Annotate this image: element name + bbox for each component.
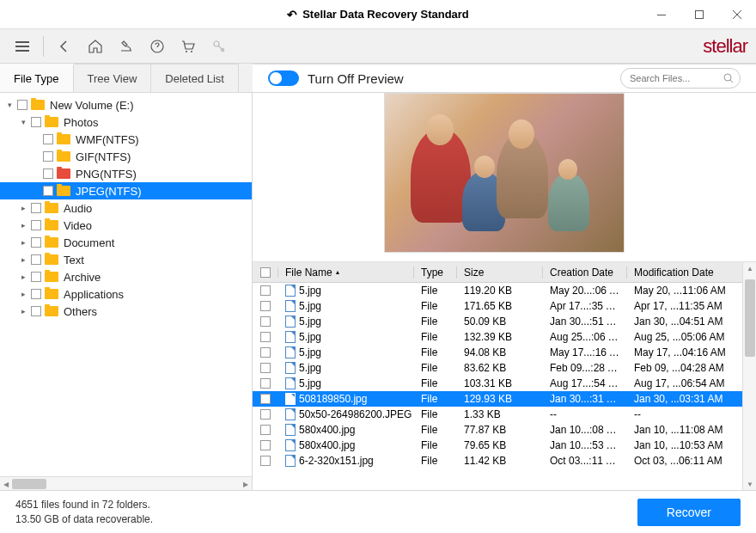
deep-scan-button[interactable] <box>113 33 140 60</box>
maximize-button[interactable] <box>680 0 718 29</box>
scroll-thumb[interactable] <box>745 279 755 357</box>
table-row[interactable]: 5.jpgFile119.20 KBMay 20...:06 AMMay 20,… <box>253 283 756 298</box>
col-header-creation[interactable]: Creation Date <box>543 266 627 279</box>
file-type: File <box>414 362 457 374</box>
tree-node-applications[interactable]: ▸ Applications <box>0 285 252 303</box>
table-row[interactable]: 50x50-264986200.JPEGFile1.33 KB---- <box>253 407 756 422</box>
collapse-icon[interactable]: ▾ <box>19 118 27 126</box>
scroll-up-icon[interactable]: ▲ <box>743 262 756 274</box>
row-checkbox[interactable] <box>260 332 271 342</box>
row-checkbox[interactable] <box>260 409 271 420</box>
grid-v-scrollbar[interactable]: ▲ ▼ <box>742 262 756 490</box>
file-name: 580x400.jpg <box>299 424 355 436</box>
tree-h-scrollbar[interactable]: ◀ ▶ <box>0 476 252 490</box>
scroll-left-icon[interactable]: ◀ <box>0 477 12 490</box>
file-icon <box>285 331 296 343</box>
table-row[interactable]: 5.jpgFile83.62 KBFeb 09...:28 AMFeb 09, … <box>253 360 756 376</box>
expand-icon[interactable]: ▸ <box>19 255 27 264</box>
file-name: 50x50-264986200.JPEG <box>299 408 412 420</box>
row-checkbox[interactable] <box>260 316 271 327</box>
tree-node-archive[interactable]: ▸ Archive <box>0 268 252 285</box>
file-size: 94.08 KB <box>457 346 543 358</box>
table-row[interactable]: 508189850.jpgFile129.93 KBJan 30...:31 A… <box>253 391 756 407</box>
file-creation-date: Jan 30...:31 AM <box>543 393 627 405</box>
checkbox[interactable] <box>31 272 41 282</box>
checkbox[interactable] <box>43 151 53 162</box>
file-creation-date: Oct 03...:11 AM <box>543 455 627 467</box>
status-bar: 4651 files found in 72 folders. 13.50 GB… <box>0 490 756 533</box>
checkbox[interactable] <box>31 117 41 127</box>
expand-icon[interactable]: ▸ <box>19 221 27 230</box>
row-checkbox[interactable] <box>260 425 271 435</box>
row-checkbox[interactable] <box>260 285 271 296</box>
select-all-checkbox[interactable] <box>260 267 271 278</box>
tree-node-text[interactable]: ▸ Text <box>0 251 252 268</box>
checkbox[interactable] <box>17 100 27 110</box>
nav-back-button[interactable] <box>51 33 78 60</box>
menu-button[interactable] <box>9 33 36 60</box>
collapse-icon[interactable]: ▾ <box>5 101 14 109</box>
scroll-down-icon[interactable]: ▼ <box>743 478 756 490</box>
expand-icon[interactable]: ▸ <box>19 204 27 212</box>
table-row[interactable]: 580x400.jpgFile79.65 KBJan 10...:53 AMJa… <box>253 438 756 453</box>
tree-node-video[interactable]: ▸ Video <box>0 217 252 234</box>
checkbox[interactable] <box>31 237 41 248</box>
scroll-right-icon[interactable]: ▶ <box>240 477 252 490</box>
checkbox[interactable] <box>31 203 41 213</box>
col-header-modification[interactable]: Modification Date <box>627 266 756 279</box>
home-button[interactable] <box>82 33 109 60</box>
table-row[interactable]: 5.jpgFile171.65 KBApr 17...:35 AMApr 17,… <box>253 298 756 314</box>
checkbox[interactable] <box>43 168 53 179</box>
tree-node-audio[interactable]: ▸ Audio <box>0 199 252 217</box>
checkbox[interactable] <box>31 306 41 316</box>
tree-node-gif[interactable]: GIF(NTFS) <box>0 148 252 165</box>
tree-node-photos[interactable]: ▾ Photos <box>0 113 252 131</box>
col-header-size[interactable]: Size <box>457 266 543 279</box>
tree-node-document[interactable]: ▸ Document <box>0 234 252 251</box>
folder-icon <box>57 151 70 162</box>
minimize-button[interactable] <box>643 0 680 29</box>
col-header-name[interactable]: File Name▴ <box>278 266 414 279</box>
expand-icon[interactable]: ▸ <box>19 273 27 281</box>
expand-icon[interactable]: ▸ <box>19 238 27 247</box>
file-creation-date: Aug 17...:54 AM <box>543 377 627 389</box>
buy-button[interactable] <box>174 33 202 60</box>
recover-button[interactable]: Recover <box>637 499 741 526</box>
tab-file-type[interactable]: File Type <box>0 64 74 92</box>
row-checkbox[interactable] <box>260 363 271 373</box>
register-button[interactable] <box>205 33 233 60</box>
table-row[interactable]: 6-2-320x151.jpgFile11.42 KBOct 03...:11 … <box>253 453 756 469</box>
checkbox[interactable] <box>31 220 41 230</box>
checkbox[interactable] <box>43 134 53 144</box>
checkbox[interactable] <box>43 186 53 196</box>
expand-icon[interactable]: ▸ <box>19 307 27 316</box>
tree-node-wmf[interactable]: WMF(NTFS) <box>0 131 252 148</box>
table-row[interactable]: 5.jpgFile94.08 KBMay 17...:16 AMMay 17, … <box>253 345 756 360</box>
close-button[interactable] <box>718 0 756 29</box>
tree-node-png[interactable]: PNG(NTFS) <box>0 165 252 182</box>
help-button[interactable] <box>143 33 171 60</box>
table-row[interactable]: 5.jpgFile103.31 KBAug 17...:54 AMAug 17,… <box>253 376 756 391</box>
checkbox[interactable] <box>31 289 41 299</box>
folder-icon <box>45 117 58 127</box>
checkbox[interactable] <box>31 254 41 265</box>
search-input[interactable] <box>620 68 741 89</box>
row-checkbox[interactable] <box>260 440 271 450</box>
tree-node-root[interactable]: ▾ New Volume (E:) <box>0 96 252 113</box>
tab-deleted-list[interactable]: Deleted List <box>151 64 239 92</box>
preview-toggle[interactable] <box>268 70 299 86</box>
tree-node-jpeg[interactable]: JPEG(NTFS) <box>0 182 252 199</box>
row-checkbox[interactable] <box>260 394 271 404</box>
row-checkbox[interactable] <box>260 301 271 311</box>
table-row[interactable]: 5.jpgFile132.39 KBAug 25...:06 AMAug 25,… <box>253 329 756 345</box>
table-row[interactable]: 580x400.jpgFile77.87 KBJan 10...:08 AMJa… <box>253 422 756 438</box>
tree-node-others[interactable]: ▸ Others <box>0 303 252 320</box>
scroll-thumb[interactable] <box>12 479 46 489</box>
tab-tree-view[interactable]: Tree View <box>74 64 152 92</box>
col-header-type[interactable]: Type <box>414 266 457 279</box>
row-checkbox[interactable] <box>260 378 271 389</box>
expand-icon[interactable]: ▸ <box>19 290 27 298</box>
table-row[interactable]: 5.jpgFile50.09 KBJan 30...:51 AMJan 30, … <box>253 314 756 329</box>
row-checkbox[interactable] <box>260 347 271 358</box>
row-checkbox[interactable] <box>260 456 271 466</box>
